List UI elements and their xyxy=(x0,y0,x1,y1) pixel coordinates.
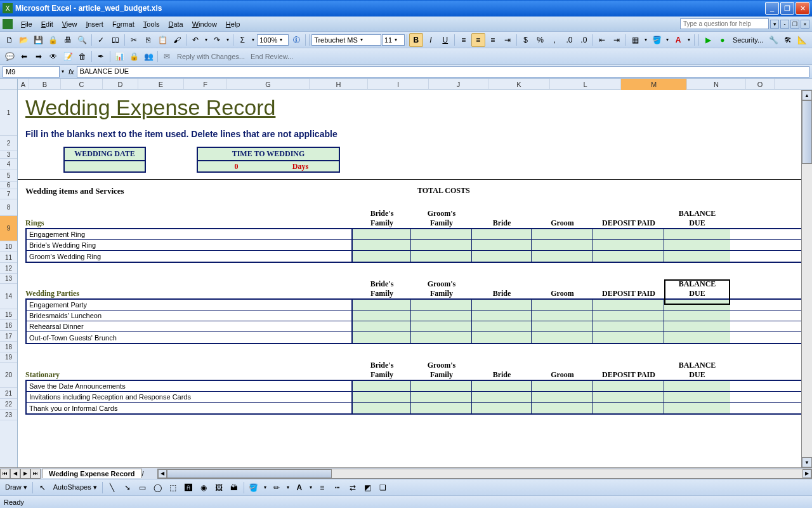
font-color-dropdown[interactable]: ▾ xyxy=(686,37,692,43)
line-style-icon[interactable]: ≡ xyxy=(315,481,329,495)
data-cell[interactable] xyxy=(353,240,411,250)
column-header-H[interactable]: H xyxy=(310,79,368,90)
data-cell[interactable] xyxy=(664,300,730,310)
data-cell[interactable] xyxy=(353,381,411,391)
table-row[interactable]: Engagement Party xyxy=(27,300,811,311)
column-header-O[interactable]: O xyxy=(746,79,775,90)
end-review-button[interactable]: End Review... xyxy=(248,53,296,60)
row-header-11[interactable]: 11 xyxy=(0,252,17,263)
table-row[interactable]: Invitations including Reception and Resp… xyxy=(27,392,811,403)
data-cell[interactable] xyxy=(353,300,411,310)
fill-color-button[interactable]: 🪣 xyxy=(650,33,664,47)
data-cell[interactable] xyxy=(411,403,472,413)
row-header-20[interactable]: 20 xyxy=(0,363,17,388)
3d-icon[interactable]: ❏ xyxy=(376,481,390,495)
formula-bar[interactable]: BALANCE DUE xyxy=(77,66,809,77)
column-header-L[interactable]: L xyxy=(550,79,621,90)
data-cell[interactable] xyxy=(593,240,664,250)
select-all-corner[interactable] xyxy=(0,79,18,90)
fill-color-icon[interactable]: 🪣 xyxy=(247,481,261,495)
column-headers[interactable]: ABCDEFGHIJKLMNO xyxy=(18,79,812,90)
data-cell[interactable] xyxy=(411,392,472,402)
send-mail-icon[interactable]: ✉ xyxy=(160,50,174,64)
data-cell[interactable] xyxy=(532,300,593,310)
protect-sheet-icon[interactable]: 🔒 xyxy=(127,50,141,64)
data-cell[interactable] xyxy=(532,381,593,391)
menu-format[interactable]: Format xyxy=(108,18,139,30)
cut-icon[interactable]: ✂ xyxy=(127,33,141,47)
wedding-date-value[interactable] xyxy=(65,161,145,171)
fill-dropdown[interactable]: ▾ xyxy=(664,37,671,43)
column-header-D[interactable]: D xyxy=(103,79,138,90)
data-cell[interactable] xyxy=(532,229,593,239)
column-header-C[interactable]: C xyxy=(61,79,103,90)
data-cell[interactable] xyxy=(664,321,730,331)
align-right-button[interactable]: ≡ xyxy=(486,33,500,47)
sheet-content[interactable]: Wedding Expense Record Fill in the blank… xyxy=(18,90,812,467)
undo-dropdown[interactable]: ▾ xyxy=(203,37,209,43)
row-header-12[interactable]: 12 xyxy=(0,263,17,274)
data-cell[interactable] xyxy=(411,300,472,310)
tab-nav-last[interactable]: ⏭ xyxy=(30,469,41,479)
row-header-10[interactable]: 10 xyxy=(0,241,17,252)
decrease-decimal-button[interactable]: .0 xyxy=(577,33,591,47)
row-header-19[interactable]: 19 xyxy=(0,352,17,363)
row-header-8[interactable]: 8 xyxy=(0,199,17,216)
row-header-3[interactable]: 3 xyxy=(0,151,17,159)
data-cell[interactable] xyxy=(411,229,472,239)
minimize-button[interactable]: _ xyxy=(765,2,779,15)
table-row[interactable]: Bridesmaids' Luncheon xyxy=(27,311,811,321)
dash-style-icon[interactable]: ┅ xyxy=(331,481,344,495)
table-row[interactable]: Rehearsal Dinner xyxy=(27,321,811,332)
data-cell[interactable] xyxy=(664,381,730,391)
undo-icon[interactable]: ↶ xyxy=(188,33,202,47)
close-button[interactable]: ✕ xyxy=(796,2,809,15)
data-cell[interactable] xyxy=(532,251,593,262)
column-header-G[interactable]: G xyxy=(227,79,310,90)
data-cell[interactable] xyxy=(593,311,664,321)
copy-icon[interactable]: ⎘ xyxy=(141,33,155,47)
zoom-select[interactable]: 100%▾ xyxy=(257,34,289,46)
data-cell[interactable] xyxy=(353,251,411,262)
maximize-button[interactable]: ❐ xyxy=(780,2,794,15)
font-select[interactable]: Trebuchet MS▾ xyxy=(311,34,381,46)
research-icon[interactable]: 🕮 xyxy=(108,33,122,47)
table-row[interactable]: Thank you or Informal Cards xyxy=(27,403,811,413)
percent-button[interactable]: % xyxy=(534,33,547,47)
row-header-23[interactable]: 23 xyxy=(0,410,17,420)
align-center-button[interactable]: ≡ xyxy=(471,33,485,47)
sheet-tab[interactable]: Wedding Expense Record xyxy=(42,469,142,478)
menu-view[interactable]: View xyxy=(58,18,82,30)
line-icon[interactable]: ╲ xyxy=(105,481,119,495)
row-headers[interactable]: 1234567891011121314151617181920212223 xyxy=(0,90,18,467)
data-cell[interactable] xyxy=(472,321,532,331)
menu-tools[interactable]: Tools xyxy=(139,18,164,30)
data-cell[interactable] xyxy=(472,403,532,413)
diagram-icon[interactable]: ◉ xyxy=(197,481,211,495)
autoshapes-menu[interactable]: AutoShapes ▾ xyxy=(51,483,100,491)
name-box[interactable] xyxy=(3,66,60,77)
row-header-13[interactable]: 13 xyxy=(0,274,17,284)
control-toolbox-icon[interactable]: 🛠 xyxy=(781,33,795,47)
scroll-left-button[interactable]: ◀ xyxy=(158,469,167,478)
column-header-A[interactable]: A xyxy=(18,79,29,90)
ink-icon[interactable]: ✒ xyxy=(94,50,108,64)
data-cell[interactable] xyxy=(472,240,532,250)
table-row[interactable]: Bride's Wedding Ring xyxy=(27,240,811,251)
data-cell[interactable] xyxy=(593,251,664,262)
redo-icon[interactable]: ↷ xyxy=(210,33,224,47)
fx-icon[interactable]: fx xyxy=(66,68,77,76)
data-cell[interactable] xyxy=(411,332,472,343)
spellcheck-icon[interactable]: ✓ xyxy=(94,33,108,47)
underline-button[interactable]: U xyxy=(438,33,452,47)
column-header-E[interactable]: E xyxy=(138,79,184,90)
open-icon[interactable]: 📂 xyxy=(17,33,31,47)
increase-decimal-button[interactable]: .0 xyxy=(562,33,576,47)
paste-icon[interactable]: 📋 xyxy=(156,33,170,47)
data-cell[interactable] xyxy=(472,251,532,262)
column-header-J[interactable]: J xyxy=(429,79,488,90)
redo-dropdown[interactable]: ▾ xyxy=(225,37,231,43)
row-header-14[interactable]: 14 xyxy=(0,284,17,309)
draw-menu[interactable]: Draw ▾ xyxy=(3,483,30,491)
data-cell[interactable] xyxy=(411,251,472,262)
